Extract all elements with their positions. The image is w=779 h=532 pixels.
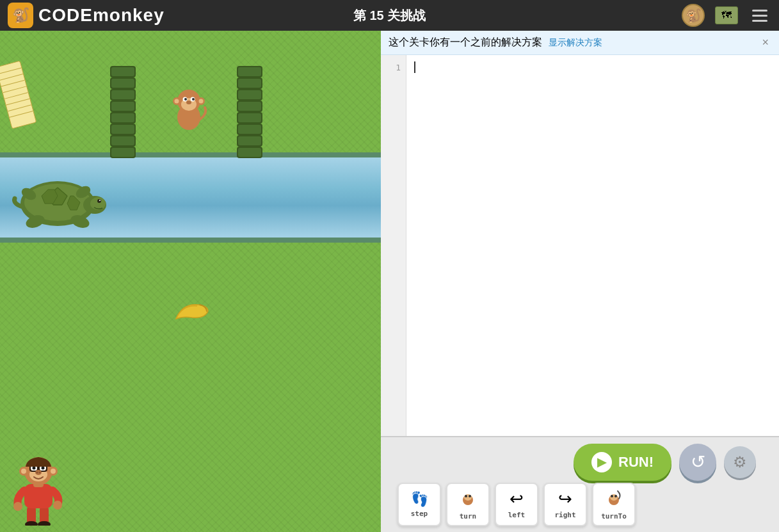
turn-command-button[interactable]: turn: [446, 483, 490, 526]
svg-rect-15: [111, 148, 134, 157]
text-cursor: [414, 61, 415, 73]
svg-point-65: [38, 521, 51, 526]
turnto-command-button[interactable]: turnTo: [592, 483, 636, 526]
play-icon: ▶: [591, 452, 612, 472]
svg-rect-19: [238, 79, 261, 88]
svg-rect-23: [238, 102, 261, 111]
river-top-edge: [0, 152, 381, 157]
svg-point-72: [21, 469, 26, 474]
command-buttons: 👣 step turn: [391, 483, 769, 526]
step-icon: 👣: [411, 491, 428, 508]
svg-point-68: [53, 501, 62, 510]
right-label: right: [554, 511, 575, 519]
line-numbers: 1: [381, 55, 406, 436]
svg-point-67: [13, 502, 22, 511]
level-label: 第: [353, 8, 366, 22]
svg-rect-7: [111, 102, 134, 111]
header-right: 🐒 🗺: [682, 4, 771, 27]
logo-area: 🐒 CODEmonkey: [8, 3, 165, 28]
svg-rect-17: [238, 67, 261, 76]
svg-point-55: [90, 197, 106, 210]
run-area: ▶ RUN! ↺ ⚙: [391, 444, 769, 481]
gear-icon: ⚙: [733, 453, 747, 471]
turtle: [10, 172, 109, 229]
show-solution-link[interactable]: 显示解决方案: [549, 37, 602, 47]
svg-point-92: [611, 495, 613, 497]
left-label: left: [508, 511, 526, 519]
svg-point-41: [175, 99, 179, 104]
turnto-icon: [605, 488, 623, 510]
svg-rect-9: [111, 113, 134, 122]
monkey-trapped: [170, 85, 208, 130]
svg-point-82: [42, 467, 45, 470]
svg-rect-27: [238, 125, 261, 134]
map-icon[interactable]: 🗺: [715, 6, 738, 24]
svg-rect-3: [111, 79, 134, 88]
step-label: step: [411, 510, 428, 518]
turnto-label: turnTo: [601, 512, 627, 520]
svg-rect-25: [238, 113, 261, 122]
svg-rect-29: [238, 136, 261, 145]
logo-text: CODEmonkey: [38, 5, 165, 26]
svg-point-81: [33, 467, 36, 470]
game-area: [0, 31, 381, 532]
notification-content: 这个关卡你有一个之前的解决方案 显示解决方案: [389, 36, 602, 49]
svg-point-93: [614, 495, 617, 497]
main: 这个关卡你有一个之前的解决方案 显示解决方案 × 1 ▶ RUN!: [0, 31, 779, 532]
bottom-controls: ▶ RUN! ↺ ⚙ 👣 step: [381, 436, 779, 532]
level-number: 15: [369, 8, 383, 22]
reset-button[interactable]: ↺: [679, 444, 716, 481]
banana: [173, 300, 208, 322]
settings-button[interactable]: ⚙: [724, 446, 756, 478]
svg-point-38: [192, 98, 195, 101]
svg-rect-1: [111, 67, 134, 76]
step-command-button[interactable]: 👣 step: [398, 483, 441, 526]
logo-monkey: monkey: [93, 5, 165, 25]
svg-point-88: [465, 495, 467, 497]
svg-rect-13: [111, 136, 134, 145]
logo-icon: 🐒: [8, 3, 33, 28]
logo-code: CODE: [38, 5, 93, 25]
notification-text: 这个关卡你有一个之前的解决方案: [389, 36, 542, 47]
svg-point-43: [199, 99, 204, 104]
svg-point-64: [25, 521, 38, 526]
svg-point-85: [39, 472, 41, 474]
left-command-button[interactable]: ↩ left: [495, 483, 538, 526]
user-avatar[interactable]: 🐒: [682, 4, 705, 27]
left-arrow-icon: ↩: [510, 489, 524, 509]
reset-icon: ↺: [691, 451, 705, 472]
line-number-1: 1: [381, 60, 406, 74]
code-editor[interactable]: 1: [381, 55, 779, 436]
close-notification-button[interactable]: ×: [759, 36, 771, 49]
right-command-button[interactable]: ↪ right: [543, 483, 587, 526]
run-button[interactable]: ▶ RUN!: [574, 444, 671, 481]
notification-bar: 这个关卡你有一个之前的解决方案 显示解决方案 ×: [381, 31, 779, 55]
left-bush: [109, 66, 137, 159]
level-suffix: 关挑战: [387, 8, 426, 22]
svg-rect-31: [238, 148, 261, 157]
svg-point-89: [469, 495, 471, 497]
code-content[interactable]: [406, 55, 779, 436]
turn-label: turn: [460, 512, 477, 520]
cursor-line: [414, 60, 771, 74]
svg-point-84: [36, 472, 38, 474]
svg-rect-66: [24, 484, 52, 508]
right-arrow-icon: ↪: [558, 489, 572, 509]
svg-point-56: [97, 199, 101, 203]
svg-rect-11: [111, 125, 134, 134]
right-panel: 这个关卡你有一个之前的解决方案 显示解决方案 × 1 ▶ RUN!: [381, 31, 779, 532]
right-bush: [236, 66, 264, 159]
svg-rect-21: [238, 90, 261, 99]
level-title: 第 15 关挑战: [353, 7, 426, 24]
svg-point-39: [186, 101, 191, 104]
turn-icon: [459, 488, 477, 510]
svg-point-74: [51, 469, 56, 474]
river-bottom-edge: [0, 238, 381, 243]
svg-point-37: [184, 98, 187, 101]
player-character: [13, 455, 64, 519]
svg-point-57: [99, 200, 100, 201]
header: 🐒 CODEmonkey 第 15 关挑战 🐒 🗺: [0, 0, 779, 31]
menu-icon[interactable]: [748, 4, 771, 27]
svg-rect-5: [111, 90, 134, 99]
run-label: RUN!: [618, 454, 654, 471]
